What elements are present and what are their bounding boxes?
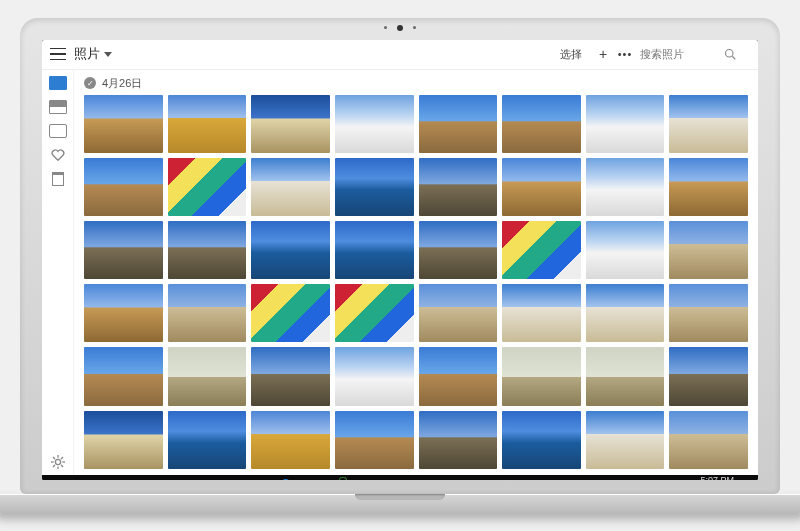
edge-icon: [277, 477, 295, 480]
photo-grid: [84, 95, 748, 469]
photo-thumbnail[interactable]: [669, 95, 748, 153]
hamburger-menu-icon[interactable]: [50, 46, 66, 62]
taskbar-app-store[interactable]: [330, 475, 354, 480]
search-icon: [724, 48, 736, 60]
photo-thumbnail[interactable]: [84, 411, 163, 469]
photo-thumbnail[interactable]: [419, 411, 498, 469]
start-button[interactable]: [46, 475, 68, 480]
photo-thumbnail[interactable]: [168, 95, 247, 153]
photo-thumbnail[interactable]: [586, 347, 665, 405]
photo-thumbnail[interactable]: [168, 347, 247, 405]
sidebar: [42, 70, 74, 475]
photo-thumbnail[interactable]: [586, 95, 665, 153]
svg-point-0: [726, 50, 734, 58]
chevron-down-icon: [104, 52, 112, 57]
photo-grid-content: ✓ 4月26日: [74, 70, 758, 475]
svg-line-7: [53, 457, 55, 459]
photo-thumbnail[interactable]: [419, 284, 498, 342]
photo-thumbnail[interactable]: [419, 347, 498, 405]
svg-line-9: [53, 465, 55, 467]
photo-thumbnail[interactable]: [502, 158, 581, 216]
app-title-label: 照片: [74, 45, 100, 63]
photo-thumbnail[interactable]: [502, 221, 581, 279]
photo-thumbnail[interactable]: [502, 95, 581, 153]
taskbar-app-explorer[interactable]: [302, 475, 326, 480]
photo-thumbnail[interactable]: [84, 158, 163, 216]
photo-thumbnail[interactable]: [502, 284, 581, 342]
photo-thumbnail[interactable]: [419, 221, 498, 279]
photo-thumbnail[interactable]: [419, 158, 498, 216]
clock-time: 5:07 PM: [699, 476, 734, 479]
photo-thumbnail[interactable]: [251, 347, 330, 405]
app-title-dropdown[interactable]: 照片: [74, 45, 112, 63]
photo-thumbnail[interactable]: [335, 158, 414, 216]
taskbar-clock[interactable]: 5:07 PM 4/2/2015: [695, 476, 738, 479]
photo-thumbnail[interactable]: [84, 95, 163, 153]
settings-icon[interactable]: [51, 455, 65, 469]
search-input[interactable]: [640, 48, 720, 60]
laptop-camera: [384, 25, 416, 31]
photo-thumbnail[interactable]: [669, 284, 748, 342]
date-group-header[interactable]: ✓ 4月26日: [84, 76, 748, 91]
cortana-search[interactable]: Ask me anything: [72, 475, 242, 480]
photo-thumbnail[interactable]: [251, 284, 330, 342]
laptop-base: [0, 494, 800, 514]
photo-thumbnail[interactable]: [84, 347, 163, 405]
sidebar-item-favorites[interactable]: [51, 148, 65, 162]
photo-thumbnail[interactable]: [168, 158, 247, 216]
sidebar-item-collection[interactable]: [49, 76, 67, 90]
photo-thumbnail[interactable]: [168, 221, 247, 279]
taskbar: Ask me anything 5:07 PM 4/2/2015: [42, 475, 758, 480]
photo-thumbnail[interactable]: [251, 411, 330, 469]
photo-thumbnail[interactable]: [251, 158, 330, 216]
sidebar-item-trash[interactable]: [52, 172, 64, 186]
photo-thumbnail[interactable]: [335, 411, 414, 469]
svg-line-10: [61, 457, 63, 459]
photo-thumbnail[interactable]: [502, 411, 581, 469]
photo-thumbnail[interactable]: [251, 221, 330, 279]
svg-line-1: [732, 56, 735, 59]
taskbar-app-edge[interactable]: [274, 475, 298, 480]
photo-thumbnail[interactable]: [335, 284, 414, 342]
photo-thumbnail[interactable]: [502, 347, 581, 405]
task-view-button[interactable]: [246, 475, 270, 480]
photo-thumbnail[interactable]: [335, 347, 414, 405]
select-all-icon[interactable]: ✓: [84, 77, 96, 89]
select-button[interactable]: 选择: [554, 43, 588, 66]
photo-thumbnail[interactable]: [586, 284, 665, 342]
more-options-button[interactable]: •••: [618, 47, 632, 61]
date-group-label: 4月26日: [102, 76, 142, 91]
svg-line-8: [61, 465, 63, 467]
photo-thumbnail[interactable]: [586, 221, 665, 279]
photo-thumbnail[interactable]: [84, 221, 163, 279]
photo-thumbnail[interactable]: [586, 411, 665, 469]
photo-thumbnail[interactable]: [669, 347, 748, 405]
photo-thumbnail[interactable]: [168, 411, 247, 469]
photo-thumbnail[interactable]: [669, 221, 748, 279]
photo-thumbnail[interactable]: [84, 284, 163, 342]
photo-thumbnail[interactable]: [419, 95, 498, 153]
sidebar-item-albums[interactable]: [49, 100, 67, 114]
photo-thumbnail[interactable]: [168, 284, 247, 342]
svg-point-2: [55, 459, 60, 464]
photo-thumbnail[interactable]: [335, 221, 414, 279]
photo-thumbnail[interactable]: [251, 95, 330, 153]
app-header: 照片 选择 + •••: [42, 40, 758, 70]
photo-thumbnail[interactable]: [669, 411, 748, 469]
search-box[interactable]: [640, 48, 750, 60]
photo-thumbnail[interactable]: [586, 158, 665, 216]
add-button[interactable]: +: [596, 47, 610, 61]
photo-thumbnail[interactable]: [335, 95, 414, 153]
photo-thumbnail[interactable]: [669, 158, 748, 216]
sidebar-item-folders[interactable]: [49, 124, 67, 138]
